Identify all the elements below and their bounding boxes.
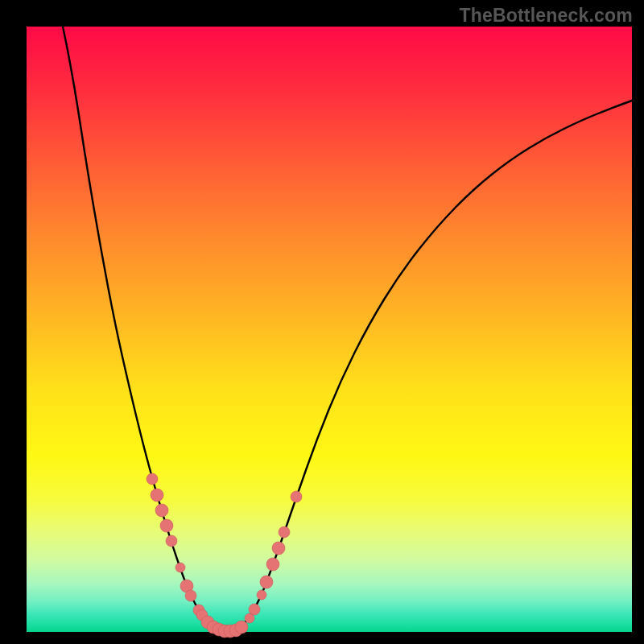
- data-marker: [151, 489, 163, 502]
- data-marker: [175, 563, 185, 572]
- chart-frame: TheBottleneck.com: [0, 0, 644, 644]
- data-marker: [155, 504, 168, 517]
- data-marker: [147, 473, 158, 485]
- data-marker: [266, 558, 279, 571]
- data-marker: [185, 590, 196, 601]
- data-marker: [249, 604, 260, 615]
- data-marker: [166, 535, 177, 547]
- data-marker: [272, 542, 285, 555]
- data-marker: [160, 519, 173, 532]
- plot-area: [27, 27, 632, 632]
- bottleneck-curve-svg: [27, 27, 632, 632]
- bottleneck-curve: [63, 27, 632, 632]
- data-marker: [257, 590, 266, 600]
- data-markers: [147, 473, 302, 638]
- data-marker: [235, 621, 248, 634]
- data-marker: [260, 576, 273, 588]
- data-marker: [279, 526, 290, 538]
- watermark-text: TheBottleneck.com: [459, 5, 633, 27]
- data-marker: [291, 491, 302, 502]
